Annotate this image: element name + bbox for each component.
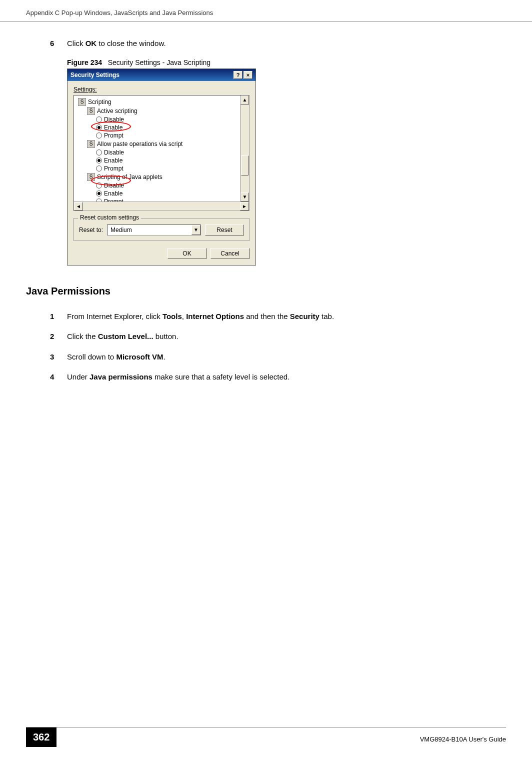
reset-group: Reset custom settings Reset to: Medium ▼…: [74, 218, 250, 241]
main-content: 6 Click OK to close the window. Figure 2…: [0, 22, 532, 383]
radio-disable[interactable]: Disable: [76, 148, 248, 156]
reset-button[interactable]: Reset: [205, 224, 244, 236]
script-icon: S: [87, 173, 95, 181]
reset-level-select[interactable]: Medium ▼: [107, 224, 201, 236]
dialog-footer: OK Cancel: [74, 248, 250, 259]
dialog-title: Security Settings: [70, 72, 120, 78]
appendix-title: Appendix C Pop-up Windows, JavaScripts a…: [26, 9, 213, 16]
step-1: 1 From Internet Explorer, click Tools, I…: [50, 311, 506, 322]
radio-enable[interactable]: Enable: [76, 156, 248, 164]
close-button[interactable]: ×: [244, 71, 252, 79]
horizontal-scrollbar[interactable]: ◄ ►: [74, 202, 249, 210]
security-settings-dialog: Security Settings ? × Settings: S Script…: [67, 68, 256, 266]
titlebar-buttons: ? ×: [234, 71, 252, 79]
step-3: 3 Scroll down to Microsoft VM.: [50, 352, 506, 363]
step-number: 1: [50, 311, 67, 322]
help-button[interactable]: ?: [234, 71, 242, 79]
scroll-down-icon[interactable]: ▼: [240, 192, 249, 202]
step-text: Click OK to close the window.: [67, 38, 166, 50]
step-6: 6 Click OK to close the window.: [50, 38, 506, 50]
settings-label: Settings:: [74, 86, 250, 93]
tree-allow-paste: S Allow paste operations via script: [76, 140, 248, 148]
reset-to-label: Reset to:: [79, 226, 103, 234]
page-number: 362: [26, 728, 56, 747]
cancel-button[interactable]: Cancel: [210, 248, 250, 259]
scroll-up-icon[interactable]: ▲: [240, 96, 249, 104]
tree-active-scripting: S Active scripting: [76, 106, 248, 116]
dialog-titlebar: Security Settings ? ×: [68, 69, 256, 81]
radio-disable[interactable]: Disable: [76, 182, 248, 190]
radio-enable[interactable]: Enable: [76, 190, 248, 198]
scroll-right-icon[interactable]: ►: [240, 202, 249, 210]
page-footer: 362 VMG8924-B10A User's Guide: [26, 727, 506, 747]
radio-disable[interactable]: Disable: [76, 116, 248, 124]
step-4: 4 Under Java permissions make sure that …: [50, 372, 506, 383]
script-icon: S: [87, 107, 95, 115]
step-number: 4: [50, 372, 67, 383]
step-text: Click the Custom Level... button.: [67, 331, 178, 342]
step-text: Under Java permissions make sure that a …: [67, 372, 290, 383]
figure-label: Figure 234: [67, 58, 102, 66]
step-text: Scroll down to Microsoft VM.: [67, 352, 166, 363]
tree-scripting: S Scripting: [76, 98, 248, 106]
scroll-left-icon[interactable]: ◄: [74, 202, 83, 210]
step-2: 2 Click the Custom Level... button.: [50, 331, 506, 342]
radio-prompt[interactable]: Prompt: [76, 164, 248, 172]
script-icon: S: [78, 98, 86, 106]
figure-caption: Figure 234 Security Settings - Java Scri…: [67, 58, 506, 66]
vertical-scrollbar[interactable]: ▲ ▼: [240, 96, 249, 202]
settings-tree: S Scripting S Active scripting Disable E…: [74, 95, 250, 211]
chevron-down-icon: ▼: [192, 225, 200, 235]
radio-enable[interactable]: Enable: [76, 124, 248, 132]
script-icon: S: [87, 140, 95, 148]
step-number: 3: [50, 352, 67, 363]
page-header: Appendix C Pop-up Windows, JavaScripts a…: [0, 0, 532, 22]
scroll-thumb[interactable]: [241, 156, 248, 176]
step-text: From Internet Explorer, click Tools, Int…: [67, 311, 334, 322]
group-label: Reset custom settings: [78, 214, 141, 221]
step-number: 6: [50, 38, 67, 50]
step-number: 2: [50, 331, 67, 342]
figure-title: Security Settings - Java Scripting: [108, 58, 210, 66]
radio-prompt[interactable]: Prompt: [76, 132, 248, 140]
footer-guide-title: VMG8924-B10A User's Guide: [420, 732, 506, 743]
ok-button[interactable]: OK: [168, 248, 206, 259]
dialog-body: Settings: S Scripting S Active scripting…: [68, 81, 256, 265]
section-heading-java-permissions: Java Permissions: [26, 286, 506, 297]
tree-scripting-java-applets: S Scripting of Java applets: [76, 172, 248, 182]
